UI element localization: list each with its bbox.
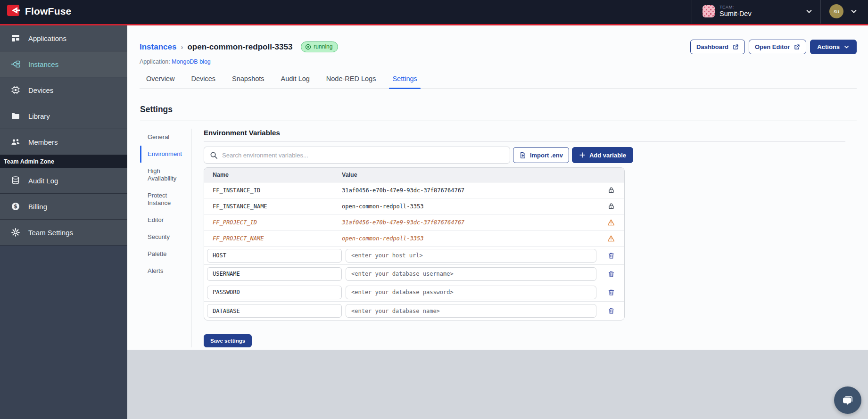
flowfuse-logo[interactable]: FlowFuse — [7, 3, 71, 19]
delete-variable-button[interactable] — [598, 270, 624, 279]
sidebar-item-audit-log[interactable]: Audit Log — [0, 168, 127, 194]
settings-nav-high-availability[interactable]: High Availability — [140, 163, 191, 187]
tab-node-red-logs[interactable]: Node-RED Logs — [325, 74, 377, 88]
members-icon — [10, 137, 21, 147]
billing-icon: $ — [10, 202, 21, 211]
column-header-name: Name — [204, 172, 342, 178]
settings-divider — [140, 121, 857, 121]
delete-variable-button[interactable] — [598, 288, 624, 297]
sidebar-item-label: Applications — [28, 34, 66, 42]
team-name: Sumit-Dev — [719, 10, 801, 18]
env-var-value-input[interactable] — [346, 286, 596, 299]
audit-log-icon — [10, 176, 21, 185]
dashboard-button[interactable]: Dashboard — [690, 40, 745, 54]
settings-nav-editor[interactable]: Editor — [140, 212, 191, 229]
sidebar-item-instances[interactable]: Instances — [0, 51, 127, 77]
lock-icon — [598, 187, 624, 194]
table-row — [204, 302, 624, 320]
env-var-name-input[interactable] — [207, 286, 342, 299]
table-row — [204, 283, 624, 302]
chevron-down-icon — [843, 44, 850, 50]
breadcrumb-instances-link[interactable]: Instances — [140, 42, 176, 52]
plus-icon — [579, 152, 586, 158]
sidebar-item-applications[interactable]: Applications — [0, 25, 127, 51]
breadcrumb: Instances › open-common-redpoll-3353 — [140, 42, 292, 52]
application-label: Application: — [140, 58, 170, 65]
settings-nav-protect-instance[interactable]: Protect Instance — [140, 187, 191, 212]
team-avatar — [703, 5, 715, 17]
sidebar-item-billing[interactable]: $ Billing — [0, 194, 127, 220]
env-var-name: FF_PROJECT_ID — [204, 219, 342, 226]
table-row: FF_PROJECT_NAME open-common-redpoll-3353 — [204, 230, 624, 246]
search-input[interactable] — [222, 152, 504, 159]
settings-nav-palette[interactable]: Palette — [140, 246, 191, 263]
chat-widget-button[interactable] — [834, 386, 861, 414]
main-content: Instances › open-common-redpoll-3353 run… — [127, 25, 868, 350]
column-header-value: Value — [342, 172, 598, 178]
env-var-name-input[interactable] — [207, 304, 342, 318]
sidebar-item-label: Team Settings — [28, 229, 73, 237]
applications-icon — [10, 33, 21, 43]
actions-button[interactable]: Actions — [810, 40, 857, 54]
import-env-button[interactable]: Import .env — [513, 147, 569, 163]
application-link[interactable]: MongoDB blog — [172, 58, 211, 65]
settings-nav-security[interactable]: Security — [140, 229, 191, 246]
settings-nav-environment[interactable]: Environment — [140, 146, 191, 163]
sidebar-item-label: Library — [28, 112, 50, 120]
settings-nav: General Environment High Availability Pr… — [140, 129, 191, 347]
team-label: TEAM: — [719, 5, 801, 10]
env-var-name: FF_PROJECT_NAME — [204, 235, 342, 242]
env-var-name-input[interactable] — [207, 267, 342, 281]
tab-overview[interactable]: Overview — [145, 74, 175, 88]
table-row — [204, 246, 624, 265]
open-editor-button[interactable]: Open Editor — [749, 40, 806, 54]
sidebar-item-members[interactable]: Members — [0, 129, 127, 155]
top-navbar: FlowFuse TEAM: Sumit-Dev su — [0, 0, 868, 25]
search-icon — [210, 151, 218, 159]
table-row: FF_PROJECT_ID 31af0456-e70b-47e9-93dc-37… — [204, 214, 624, 230]
tab-audit-log[interactable]: Audit Log — [280, 74, 311, 88]
sidebar-item-library[interactable]: Library — [0, 103, 127, 129]
sidebar-item-team-settings[interactable]: Team Settings — [0, 220, 127, 246]
sidebar-item-label: Audit Log — [28, 177, 58, 185]
tab-snapshots[interactable]: Snapshots — [231, 74, 265, 88]
env-var-value-input[interactable] — [346, 267, 596, 281]
user-menu[interactable]: su — [821, 4, 860, 18]
env-var-name-input[interactable] — [207, 249, 342, 263]
table-row — [204, 265, 624, 283]
delete-variable-button[interactable] — [598, 251, 624, 260]
page-title: open-common-redpoll-3353 — [187, 42, 292, 52]
warning-icon — [598, 235, 624, 242]
env-var-name: FF_INSTANCE_NAME — [204, 203, 342, 210]
table-row: FF_INSTANCE_NAME open-common-redpoll-335… — [204, 198, 624, 214]
sidebar-item-label: Devices — [28, 86, 53, 94]
user-avatar: su — [829, 4, 843, 18]
dashboard-button-label: Dashboard — [696, 43, 728, 50]
table-row: FF_INSTANCE_ID 31af0456-e70b-47e9-93dc-3… — [204, 182, 624, 198]
env-var-value-input[interactable] — [346, 249, 596, 263]
env-var-value-input[interactable] — [346, 304, 596, 318]
sidebar: Applications Instances Devices Library — [0, 25, 127, 419]
gear-icon — [10, 228, 21, 237]
warning-icon — [598, 219, 624, 226]
settings-nav-alerts[interactable]: Alerts — [140, 263, 191, 279]
flowfuse-app: FlowFuse TEAM: Sumit-Dev su — [0, 0, 868, 419]
actions-button-label: Actions — [817, 43, 840, 50]
settings-nav-general[interactable]: General — [140, 129, 191, 146]
team-selector[interactable]: TEAM: Sumit-Dev — [692, 0, 820, 24]
env-var-name: FF_INSTANCE_ID — [204, 187, 342, 194]
chevron-down-icon — [805, 8, 813, 15]
brand-name: FlowFuse — [25, 6, 71, 17]
settings-heading: Settings — [140, 105, 857, 115]
tab-settings[interactable]: Settings — [391, 74, 418, 88]
env-search — [204, 147, 510, 164]
add-variable-button[interactable]: Add variable — [572, 147, 633, 163]
sidebar-item-devices[interactable]: Devices — [0, 77, 127, 103]
library-folder-icon — [10, 111, 21, 121]
flowfuse-logo-icon — [7, 3, 21, 19]
status-badge: running — [301, 41, 338, 52]
delete-variable-button[interactable] — [598, 306, 624, 315]
save-settings-button[interactable]: Save settings — [204, 334, 252, 347]
environment-variables-heading: Environment Variables — [204, 129, 845, 142]
tab-devices[interactable]: Devices — [190, 74, 216, 88]
